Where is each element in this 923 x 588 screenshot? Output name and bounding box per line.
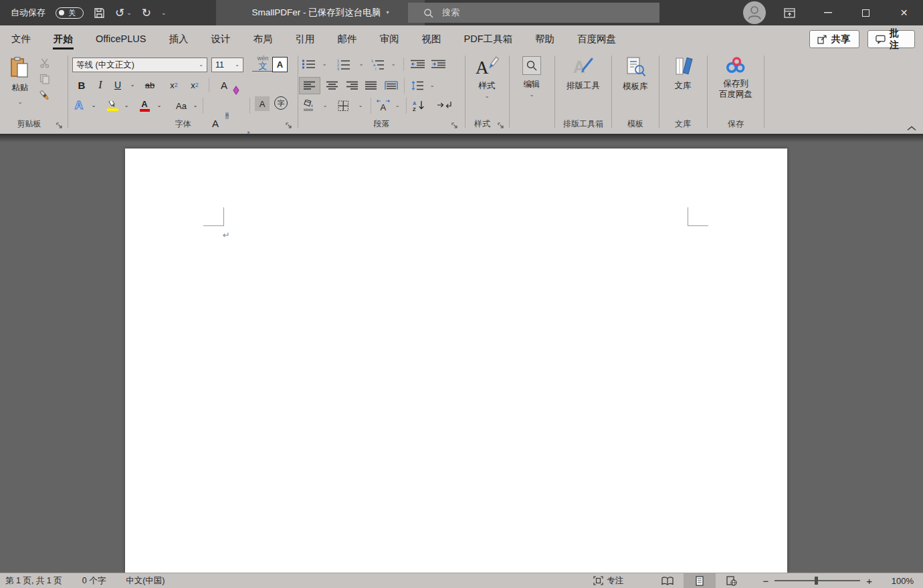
zoom-percentage[interactable]: 100% bbox=[886, 576, 914, 586]
align-left-button[interactable] bbox=[300, 78, 320, 94]
paragraph-dialog-launcher[interactable] bbox=[451, 122, 458, 129]
account-avatar[interactable] bbox=[743, 1, 766, 24]
superscript-button[interactable]: x2 bbox=[186, 76, 203, 94]
justify-button[interactable] bbox=[363, 78, 380, 94]
undo-button[interactable]: ↺ ⌄ bbox=[115, 7, 132, 19]
paste-dropdown-icon[interactable]: ⌄ bbox=[18, 100, 23, 105]
bullets-button[interactable] bbox=[301, 58, 317, 71]
decrease-indent-button[interactable] bbox=[409, 58, 427, 71]
comment-button[interactable]: 批注 bbox=[867, 30, 915, 48]
zoom-slider-thumb[interactable] bbox=[815, 577, 818, 585]
undo-dropdown-icon[interactable]: ⌄ bbox=[126, 10, 132, 16]
language-indicator[interactable]: 中文(中国) bbox=[126, 575, 165, 587]
layout-tools-button[interactable]: A 排版工具 bbox=[555, 56, 611, 91]
tab-officeplus[interactable]: OfficePLUS bbox=[84, 25, 158, 52]
font-size-select[interactable]: 11 ⌄ bbox=[211, 58, 243, 72]
zoom-slider[interactable] bbox=[775, 580, 860, 581]
underline-dropdown-icon[interactable]: ⌄ bbox=[128, 76, 136, 94]
highlight-dropdown-icon[interactable]: ⌄ bbox=[122, 96, 130, 115]
font-color-dropdown-icon[interactable]: ⌄ bbox=[155, 96, 163, 115]
character-shading-button[interactable]: A bbox=[255, 96, 270, 111]
tab-design[interactable]: 设计 bbox=[200, 25, 242, 52]
italic-button[interactable]: I bbox=[94, 76, 107, 94]
line-spacing-dropdown-icon[interactable]: ⌄ bbox=[428, 80, 436, 91]
asian-layout-dropdown-icon[interactable]: ⌄ bbox=[393, 100, 401, 111]
maximize-button[interactable] bbox=[847, 0, 885, 25]
copy-button[interactable] bbox=[39, 74, 50, 84]
close-button[interactable]: ✕ bbox=[885, 0, 923, 25]
underline-button[interactable]: U bbox=[111, 76, 124, 94]
font-color-button[interactable]: A bbox=[136, 96, 152, 115]
editing-button[interactable]: 编辑 ⌄ bbox=[510, 56, 554, 98]
save-to-baidu-pan-button[interactable]: 保存到 百度网盘 bbox=[708, 56, 764, 100]
text-highlight-button[interactable] bbox=[104, 96, 120, 115]
align-right-button[interactable] bbox=[344, 78, 361, 94]
tab-references[interactable]: 引用 bbox=[284, 25, 326, 52]
zoom-in-button[interactable]: + bbox=[866, 575, 872, 587]
collapse-ribbon-button[interactable] bbox=[907, 126, 916, 131]
share-button[interactable]: 共享 bbox=[809, 30, 859, 48]
numbering-button[interactable]: 123 bbox=[336, 58, 352, 71]
customize-qat-button[interactable]: ⌄ bbox=[161, 10, 167, 16]
change-case-button[interactable]: Aa bbox=[172, 96, 191, 115]
tab-review[interactable]: 审阅 bbox=[369, 25, 411, 52]
print-layout-button[interactable] bbox=[684, 573, 716, 588]
cut-button[interactable] bbox=[39, 58, 50, 68]
minimize-button[interactable] bbox=[809, 0, 847, 25]
document-page[interactable]: ↵ bbox=[125, 149, 787, 573]
align-center-button[interactable] bbox=[324, 78, 341, 94]
paste-button[interactable]: 粘贴 ⌄ bbox=[5, 56, 35, 118]
tab-view[interactable]: 视图 bbox=[411, 25, 453, 52]
styles-dialog-launcher[interactable] bbox=[498, 122, 504, 129]
redo-button[interactable]: ↻ bbox=[142, 7, 151, 19]
document-title[interactable]: SmallPDFer - 已保存到这台电脑 ▾ bbox=[216, 0, 425, 25]
change-case-dropdown-icon[interactable]: ⌄ bbox=[191, 96, 199, 115]
template-library-button[interactable]: 模板库 bbox=[612, 56, 659, 92]
increase-indent-button[interactable] bbox=[429, 58, 448, 71]
distribute-button[interactable] bbox=[381, 78, 401, 94]
styles-button[interactable]: A 样式 ⌄ bbox=[466, 56, 508, 99]
show-formatting-marks-button[interactable] bbox=[434, 96, 455, 114]
tab-baidu-pan[interactable]: 百度网盘 bbox=[566, 25, 627, 52]
focus-mode-button[interactable]: 专注 bbox=[593, 575, 623, 587]
autosave-toggle[interactable]: 关 bbox=[56, 7, 84, 19]
format-painter-button[interactable] bbox=[39, 90, 51, 102]
text-effects-dropdown-icon[interactable]: ⌄ bbox=[90, 96, 98, 115]
sort-button[interactable]: AZ bbox=[409, 96, 429, 114]
tab-layout[interactable]: 布局 bbox=[242, 25, 284, 52]
search-input[interactable]: 搜索 bbox=[408, 3, 659, 23]
bullets-dropdown-icon[interactable]: ⌄ bbox=[320, 59, 328, 70]
line-spacing-button[interactable] bbox=[409, 78, 426, 94]
save-button[interactable] bbox=[94, 7, 105, 19]
ribbon-display-options-button[interactable] bbox=[771, 0, 809, 25]
shading-dropdown-icon[interactable]: ⌄ bbox=[321, 100, 329, 111]
subscript-button[interactable]: x2 bbox=[165, 76, 183, 94]
word-count[interactable]: 0 个字 bbox=[82, 575, 106, 587]
strikethrough-button[interactable]: ab bbox=[140, 76, 159, 94]
multilevel-dropdown-icon[interactable]: ⌄ bbox=[389, 59, 397, 70]
tab-file[interactable]: 文件 bbox=[0, 25, 42, 52]
web-layout-button[interactable] bbox=[716, 573, 748, 588]
tab-pdf-tools[interactable]: PDF工具箱 bbox=[453, 25, 524, 52]
page-indicator[interactable]: 第 1 页, 共 1 页 bbox=[5, 575, 62, 587]
clear-formatting-button[interactable]: A bbox=[214, 76, 234, 94]
tab-home[interactable]: 开始 bbox=[42, 25, 84, 52]
tab-insert[interactable]: 插入 bbox=[158, 25, 200, 52]
text-effects-button[interactable]: A bbox=[71, 96, 87, 115]
font-family-select[interactable]: 等线 (中文正文) ⌄ bbox=[72, 58, 207, 72]
clipboard-dialog-launcher[interactable] bbox=[56, 122, 63, 129]
zoom-out-button[interactable]: − bbox=[762, 575, 768, 587]
bold-button[interactable]: B bbox=[74, 76, 90, 94]
asian-layout-button[interactable]: A bbox=[373, 96, 393, 114]
wenku-button[interactable]: 文库 bbox=[659, 56, 706, 91]
character-border-button[interactable]: A bbox=[272, 57, 288, 72]
phonetic-guide-button[interactable]: wén 文 bbox=[252, 56, 274, 72]
enclose-characters-button[interactable]: 字 bbox=[274, 96, 288, 110]
shading-button[interactable] bbox=[300, 98, 317, 114]
tab-mailings[interactable]: 邮件 bbox=[326, 25, 369, 52]
tab-help[interactable]: 帮助 bbox=[524, 25, 566, 52]
borders-button[interactable] bbox=[334, 98, 352, 114]
numbering-dropdown-icon[interactable]: ⌄ bbox=[357, 59, 365, 70]
multilevel-list-button[interactable]: 1ai bbox=[369, 58, 387, 71]
font-dialog-launcher[interactable] bbox=[286, 122, 292, 129]
